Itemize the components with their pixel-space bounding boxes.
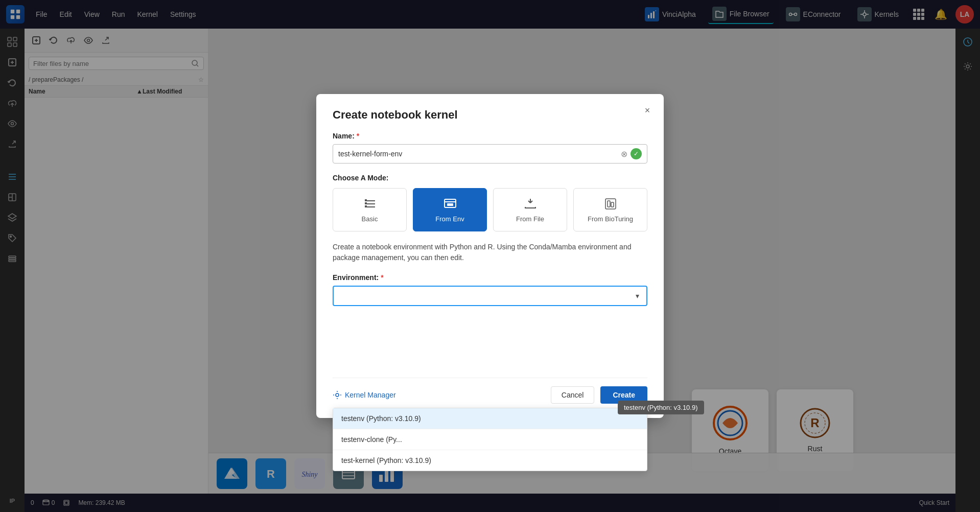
modal-close-button[interactable]: ×: [639, 102, 656, 119]
kernel-manager-link[interactable]: Kernel Manager: [333, 390, 396, 400]
name-valid-icon: ✓: [631, 148, 642, 159]
env-option-0[interactable]: testenv (Python: v3.10.9): [333, 408, 647, 429]
env-option-1[interactable]: testenv-clone (Py...: [333, 429, 647, 450]
modal-title: Create notebook kernel: [333, 108, 647, 122]
env-select[interactable]: ▾: [333, 286, 647, 306]
mode-from-env-label: From Env: [435, 215, 464, 223]
mode-from-file-label: From File: [516, 215, 544, 223]
cancel-button[interactable]: Cancel: [551, 386, 595, 404]
svg-rect-63: [365, 205, 367, 207]
mode-from-env-btn[interactable]: From Env: [413, 188, 487, 231]
env-required-star: *: [381, 273, 383, 282]
svg-point-70: [336, 393, 339, 397]
modal-footer-buttons: Cancel Create: [551, 386, 647, 404]
mode-label: Choose A Mode:: [333, 174, 647, 182]
mode-from-file-btn[interactable]: From File: [493, 188, 567, 231]
name-label: Name: *: [333, 132, 647, 140]
svg-rect-61: [365, 199, 367, 201]
modal-dialog: × Create notebook kernel Name: * ⊗ ✓ Cho…: [316, 94, 664, 418]
svg-rect-66: [447, 203, 453, 206]
svg-rect-67: [605, 199, 616, 209]
mode-from-bioturing-label: From BioTuring: [588, 215, 633, 223]
env-option-2[interactable]: test-kernel (Python: v3.10.9): [333, 450, 647, 471]
modal-overlay: × Create notebook kernel Name: * ⊗ ✓ Cho…: [0, 0, 980, 512]
mode-from-bioturing-btn[interactable]: From BioTuring: [573, 188, 647, 231]
name-clear-icon[interactable]: ⊗: [621, 149, 627, 159]
mode-buttons: Basic From Env From File: [333, 188, 647, 231]
env-chevron-icon: ▾: [636, 292, 639, 300]
svg-rect-62: [365, 202, 367, 204]
env-label: Environment: *: [333, 273, 647, 282]
create-button[interactable]: Create: [600, 386, 647, 404]
mode-basic-label: Basic: [362, 215, 378, 223]
mode-description: Create a notebook environment with Pytho…: [333, 242, 647, 263]
svg-rect-68: [608, 201, 610, 207]
modal-footer: Kernel Manager Cancel Create: [333, 378, 647, 404]
mode-basic-btn[interactable]: Basic: [333, 188, 407, 231]
env-dropdown-list: testenv (Python: v3.10.9) testenv-clone …: [333, 408, 647, 471]
name-input[interactable]: [338, 145, 621, 163]
name-input-wrap: ⊗ ✓: [333, 144, 647, 164]
name-required-star: *: [357, 132, 359, 140]
svg-rect-69: [611, 202, 614, 207]
